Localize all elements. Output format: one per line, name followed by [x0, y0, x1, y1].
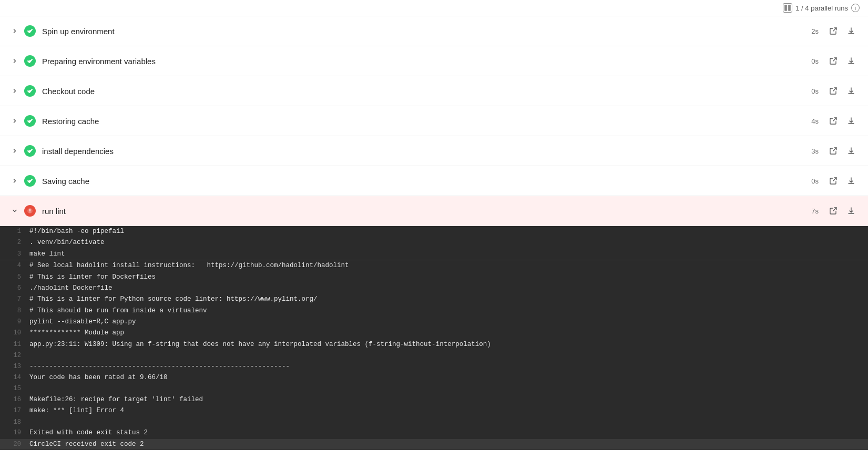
step-name-run-lint: run lint	[42, 207, 811, 216]
chevron-icon-save-cache	[11, 177, 19, 185]
step-actions-checkout	[827, 85, 857, 97]
status-icon-spin-up	[24, 25, 36, 37]
status-icon-checkout	[24, 85, 36, 97]
step-name-restore-cache: Restoring cache	[42, 117, 811, 126]
download-button-save-cache[interactable]	[845, 175, 857, 187]
external-link-button-save-cache[interactable]	[827, 175, 840, 187]
log-line: 4# See local hadolint install instructio…	[0, 260, 868, 271]
step-row-prep-env[interactable]: Preparing environment variables0s	[0, 46, 868, 76]
log-line: 3make lint	[0, 249, 868, 260]
log-line: 16Makefile:26: recipe for target 'lint' …	[0, 394, 868, 405]
step-name-install-deps: install dependencies	[42, 147, 811, 156]
status-icon-restore-cache	[24, 115, 36, 127]
log-line: 8# This should be run from inside a virt…	[0, 305, 868, 317]
download-button-spin-up[interactable]	[845, 25, 857, 37]
parallel-icon	[783, 3, 792, 13]
step-actions-prep-env	[827, 55, 857, 67]
header-bar: 1 / 4 parallel runs i	[0, 0, 868, 16]
log-output-run-lint: 1#!/bin/bash -eo pipefail2. venv/bin/act…	[0, 226, 868, 450]
download-button-restore-cache[interactable]	[845, 115, 857, 127]
external-link-button-checkout[interactable]	[827, 85, 840, 97]
step-row-spin-up[interactable]: Spin up environment2s	[0, 16, 868, 46]
step-actions-spin-up	[827, 25, 857, 37]
step-name-spin-up: Spin up environment	[42, 27, 811, 36]
download-button-install-deps[interactable]	[845, 145, 857, 157]
step-name-checkout: Checkout code	[42, 87, 811, 96]
status-icon-save-cache	[24, 175, 36, 187]
step-duration-restore-cache: 4s	[811, 117, 819, 125]
step-name-save-cache: Saving cache	[42, 177, 811, 186]
svg-rect-1	[788, 5, 791, 11]
step-actions-save-cache	[827, 175, 857, 187]
chevron-icon-restore-cache	[11, 117, 19, 125]
log-line: 19Exited with code exit status 2	[0, 427, 868, 438]
main-container: 1 / 4 parallel runs i Spin up environmen…	[0, 0, 868, 459]
status-icon-run-lint	[24, 205, 36, 217]
step-row-run-lint[interactable]: run lint7s	[0, 196, 868, 226]
log-line: 14Your code has been rated at 9.66/10	[0, 372, 868, 383]
info-icon[interactable]: i	[851, 4, 860, 12]
log-line: 1#!/bin/bash -eo pipefail	[0, 226, 868, 237]
download-button-prep-env[interactable]	[845, 55, 857, 67]
step-row-save-cache[interactable]: Saving cache0s	[0, 166, 868, 196]
step-duration-prep-env: 0s	[811, 57, 819, 65]
log-line: 18	[0, 417, 868, 428]
download-button-checkout[interactable]	[845, 85, 857, 97]
parallel-runs-label: 1 / 4 parallel runs	[795, 4, 848, 12]
step-duration-checkout: 0s	[811, 87, 819, 95]
step-duration-install-deps: 3s	[811, 147, 819, 155]
chevron-icon-spin-up	[11, 27, 19, 35]
log-line: 7# This is a linter for Python source co…	[0, 294, 868, 305]
external-link-button-restore-cache[interactable]	[827, 115, 840, 127]
steps-list: Spin up environment2sPreparing environme…	[0, 16, 868, 450]
step-actions-restore-cache	[827, 115, 857, 127]
log-line: 10************* Module app	[0, 328, 868, 339]
step-actions-install-deps	[827, 145, 857, 157]
download-button-run-lint[interactable]	[845, 205, 857, 217]
step-name-prep-env: Preparing environment variables	[42, 57, 811, 66]
external-link-button-prep-env[interactable]	[827, 55, 840, 67]
parallel-runs-info: 1 / 4 parallel runs i	[783, 3, 860, 13]
chevron-icon-prep-env	[11, 57, 19, 65]
svg-rect-0	[784, 5, 787, 11]
log-line: 17make: *** [lint] Error 4	[0, 405, 868, 416]
status-icon-prep-env	[24, 55, 36, 67]
status-icon-install-deps	[24, 145, 36, 157]
log-line: 13--------------------------------------…	[0, 361, 868, 372]
log-line: 5# This is linter for Dockerfiles	[0, 272, 868, 283]
step-actions-run-lint	[827, 205, 857, 217]
log-line: 2. venv/bin/activate	[0, 237, 868, 248]
external-link-button-install-deps[interactable]	[827, 145, 840, 157]
external-link-button-run-lint[interactable]	[827, 205, 840, 217]
log-line: 12	[0, 350, 868, 361]
external-link-button-spin-up[interactable]	[827, 25, 840, 37]
svg-point-3	[29, 212, 30, 213]
log-line: 6./hadolint Dockerfile	[0, 283, 868, 294]
chevron-icon-run-lint	[11, 207, 19, 215]
step-duration-spin-up: 2s	[811, 27, 819, 35]
step-row-checkout[interactable]: Checkout code0s	[0, 76, 868, 106]
log-line: 11app.py:23:11: W1309: Using an f-string…	[0, 339, 868, 350]
log-line: 15	[0, 383, 868, 394]
step-duration-run-lint: 7s	[811, 207, 819, 215]
chevron-icon-checkout	[11, 87, 19, 95]
log-line: 9pylint --disable=R,C app.py	[0, 317, 868, 328]
step-row-install-deps[interactable]: install dependencies3s	[0, 136, 868, 166]
chevron-icon-install-deps	[11, 147, 19, 155]
step-duration-save-cache: 0s	[811, 177, 819, 185]
log-line: 20CircleCI received exit code 2	[0, 439, 868, 450]
step-row-restore-cache[interactable]: Restoring cache4s	[0, 106, 868, 136]
